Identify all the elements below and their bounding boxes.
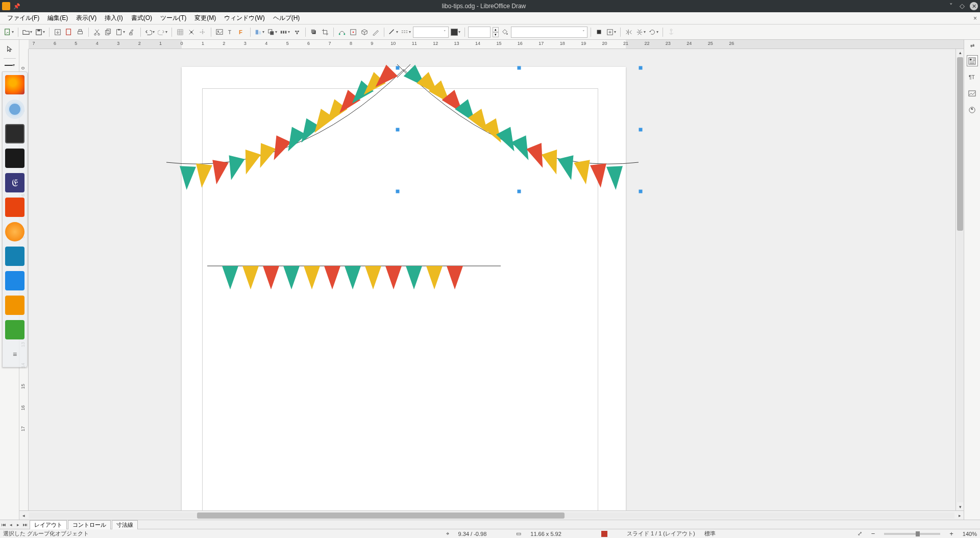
select-tool[interactable] [4, 44, 16, 54]
selection-handle[interactable] [396, 190, 400, 193]
shadow-button[interactable] [309, 27, 319, 38]
window-close-button[interactable]: ✕ [970, 2, 978, 10]
styles-panel-button[interactable]: ¶T [967, 71, 978, 83]
paste-button[interactable]: ▾ [114, 27, 126, 38]
insert-text-button[interactable]: T [226, 27, 236, 38]
selection-handle[interactable] [518, 190, 521, 193]
undo-button[interactable]: ▾ [144, 27, 156, 38]
position-size-button[interactable]: ▾ [605, 27, 617, 38]
crop-button[interactable] [320, 27, 330, 38]
dock-terminal-icon[interactable] [5, 149, 24, 168]
menu-window[interactable]: ウィンドウ(W) [220, 12, 268, 24]
fontwork-button[interactable]: F [237, 27, 247, 38]
selection-handle[interactable] [396, 128, 400, 132]
horizontal-ruler[interactable]: 7654321012345678910111213141516171819202… [29, 40, 964, 49]
navigator-panel-button[interactable] [967, 104, 978, 115]
horizontal-scrollbar[interactable]: ◂ ▸ [19, 510, 964, 520]
line-tool[interactable]: ▾ [4, 58, 16, 68]
dock-chromium-icon[interactable] [5, 100, 24, 119]
line-width-field[interactable] [468, 27, 491, 38]
arrange-button[interactable]: ▾ [266, 27, 278, 38]
insert-image-button[interactable] [214, 27, 225, 38]
rotate-button[interactable]: ▾ [648, 27, 659, 38]
selection-handle[interactable] [639, 128, 643, 132]
tab-controls[interactable]: コントロール [68, 520, 111, 529]
line-width-spinner[interactable]: ▴▾ [493, 27, 499, 37]
helplines-button[interactable] [198, 27, 208, 38]
dock-midori-icon[interactable] [5, 320, 24, 339]
align-button[interactable]: ▾ [254, 27, 265, 38]
line-style-button[interactable]: ▾ [400, 27, 412, 38]
area-style-button[interactable]: ▾ [450, 27, 461, 38]
desktop-dock: 𝔈 ≡ [2, 71, 28, 368]
dock-firefox-icon[interactable] [5, 75, 24, 94]
save-button[interactable]: ▾ [34, 27, 46, 38]
extrusion-button[interactable] [359, 27, 370, 38]
tab-nav-first[interactable]: ⏮ [0, 522, 7, 527]
flip-h-button[interactable] [624, 27, 634, 38]
tab-nav-last[interactable]: ⏭ [21, 522, 29, 527]
zoom-slider[interactable] [884, 533, 940, 535]
sidebar-settings-icon[interactable]: ⇄ [967, 43, 977, 50]
selection-handle[interactable] [396, 66, 400, 70]
edit-points-button[interactable] [337, 27, 347, 38]
status-zoom[interactable]: 140% [963, 531, 977, 537]
flip-v-button[interactable]: ▾ [635, 27, 647, 38]
group-button[interactable] [292, 27, 302, 38]
line-style-combo[interactable]: ˅ [413, 27, 449, 38]
tab-nav-next[interactable]: ▸ [14, 522, 21, 527]
vertical-scrollbar[interactable]: ▴ ▾ [955, 49, 964, 510]
open-button[interactable]: ▾ [21, 27, 33, 38]
shadow2-button[interactable] [594, 27, 604, 38]
anchor-button[interactable] [666, 27, 676, 38]
redo-button[interactable]: ▾ [157, 27, 168, 38]
menu-tools[interactable]: ツール(T) [156, 12, 190, 24]
print-button[interactable] [75, 27, 85, 38]
export-pdf-button[interactable] [64, 27, 74, 38]
pin-icon[interactable]: 📌 [13, 3, 20, 10]
grid-button[interactable] [175, 27, 185, 38]
new-button[interactable]: ▾ [3, 27, 15, 38]
fill-style-combo[interactable]: ˅ [511, 27, 587, 38]
drawing-canvas[interactable] [29, 49, 955, 510]
dock-shutter-icon[interactable] [5, 247, 24, 266]
tab-nav-prev[interactable]: ◂ [7, 522, 14, 527]
glue-points-button[interactable] [348, 27, 358, 38]
status-fit-icon[interactable]: ⤢ [857, 530, 862, 537]
clone-format-button[interactable] [127, 27, 137, 38]
maximize-button[interactable]: ◇ [959, 3, 966, 10]
dock-emacs-icon[interactable]: 𝔈 [5, 173, 24, 192]
document-close-button[interactable]: × [973, 15, 977, 22]
gallery-panel-button[interactable] [967, 88, 978, 99]
menu-help[interactable]: ヘルプ(H) [269, 12, 304, 24]
dock-clementine-icon[interactable] [5, 222, 24, 241]
minimize-button[interactable]: ˅ [947, 3, 954, 10]
selection-handle[interactable] [518, 66, 521, 70]
selection-handle[interactable] [639, 66, 643, 70]
tab-dimlines[interactable]: 寸法線 [112, 520, 138, 529]
menu-modify[interactable]: 変更(M) [190, 12, 220, 24]
dock-files-icon[interactable] [5, 271, 24, 290]
dock-display-icon[interactable] [5, 124, 24, 143]
snap-button[interactable] [186, 27, 197, 38]
dock-impress-icon[interactable] [5, 198, 24, 217]
export-button[interactable] [53, 27, 63, 38]
distribute-button[interactable]: ▾ [279, 27, 291, 38]
status-modified-icon[interactable] [601, 531, 607, 537]
menu-file[interactable]: ファイル(F) [3, 12, 43, 24]
selection-handle[interactable] [639, 190, 643, 193]
dock-menu-icon[interactable]: ≡ [5, 345, 24, 364]
toggle-edit-button[interactable] [371, 27, 381, 38]
copy-button[interactable] [103, 27, 113, 38]
dock-libreoffice-icon[interactable] [5, 296, 24, 315]
fill-color-button[interactable] [500, 27, 510, 38]
properties-panel-button[interactable] [967, 55, 978, 66]
menu-edit[interactable]: 編集(E) [43, 12, 72, 24]
tab-layout[interactable]: レイアウト [30, 520, 67, 529]
menu-format[interactable]: 書式(O) [127, 12, 156, 24]
line-color-button[interactable]: ▾ [387, 27, 399, 38]
cut-button[interactable] [92, 27, 102, 38]
menu-view[interactable]: 表示(V) [72, 12, 101, 24]
menu-insert[interactable]: 挿入(I) [101, 12, 127, 24]
svg-rect-30 [311, 29, 315, 33]
